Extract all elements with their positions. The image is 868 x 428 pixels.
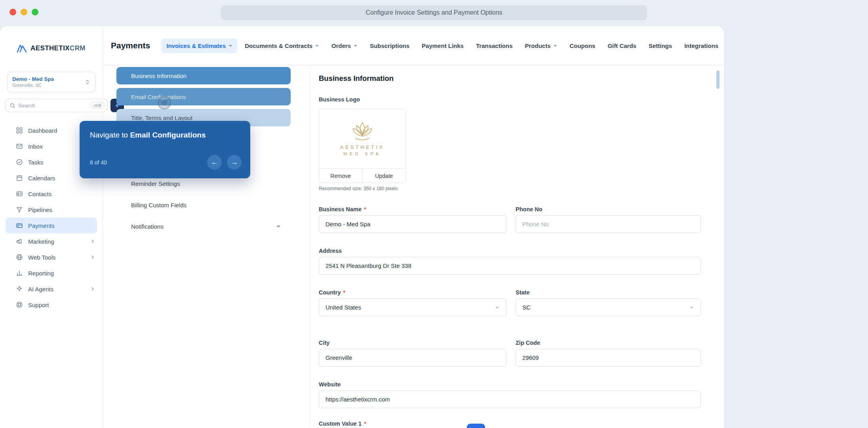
floating-action-button-partial[interactable]	[467, 424, 485, 428]
chevron-updown-icon	[85, 79, 90, 85]
sidebar-item-pipelines[interactable]: Pipelines	[0, 202, 103, 218]
tour-footer: 8 of 40 ← →	[90, 155, 242, 170]
subnav-item-label: Title, Terms and Layout	[131, 115, 192, 121]
minimize-window-button[interactable]	[21, 9, 27, 15]
address-input[interactable]	[319, 257, 701, 275]
main-area: Payments Invoices & Estimates ⌄ Document…	[103, 26, 724, 428]
sidebar-item-label: Support	[28, 302, 49, 308]
sidebar-item-reporting[interactable]: Reporting	[0, 265, 103, 281]
window-title-text: Configure Invoice Settings and Payment O…	[365, 9, 502, 16]
sidebar-item-label: Pipelines	[28, 206, 52, 213]
sidebar-item-web-tools[interactable]: Web Tools	[0, 249, 103, 265]
tour-text: Navigate to Email Configurations	[90, 130, 240, 140]
sidebar-item-contacts[interactable]: Contacts	[0, 186, 103, 202]
address-label: Address	[319, 247, 701, 254]
window-title: Configure Invoice Settings and Payment O…	[221, 5, 647, 20]
state-select[interactable]: SC ⌄	[516, 298, 701, 316]
tab-products[interactable]: Products ⌄	[520, 38, 563, 53]
phone-label: Phone No	[516, 206, 701, 213]
tab-documents-contracts[interactable]: Documents & Contracts ⌄	[240, 38, 324, 53]
lotus-logo-icon	[342, 121, 383, 144]
sidebar-item-payments[interactable]: Payments	[6, 218, 97, 233]
sidebar-item-label: Calendars	[28, 175, 55, 182]
sidebar-item-label: Web Tools	[28, 254, 56, 261]
sidebar-item-ai-agents[interactable]: AI Agents	[0, 281, 103, 297]
website-input[interactable]	[319, 390, 701, 408]
subnav-item-label: Reminder Settings	[131, 180, 180, 187]
tab-subscriptions[interactable]: Subscriptions	[365, 38, 415, 53]
sidebar-item-marketing[interactable]: Marketing	[0, 233, 103, 249]
brand-mark-icon	[17, 44, 27, 53]
sidebar-item-label: Dashboard	[28, 127, 57, 134]
tour-back-button[interactable]: ←	[207, 155, 222, 170]
close-window-button[interactable]	[10, 9, 16, 15]
tour-step-indicator: 8 of 40	[90, 159, 107, 166]
business-logo-label: Business Logo	[319, 96, 701, 103]
location-subtitle: Greenville, SC	[12, 82, 54, 88]
logo-brand-line1: AESTHETIX	[340, 145, 385, 150]
zip-input[interactable]	[516, 349, 701, 367]
sidebar: AESTHETIXCRM Demo - Med Spa Greenville, …	[0, 26, 103, 428]
tab-label: Orders	[331, 42, 351, 49]
logo-brand-line2: MED SPA	[343, 151, 381, 156]
tab-label: Coupons	[569, 42, 595, 49]
chevron-right-icon	[90, 286, 95, 292]
tour-buttons: ← →	[207, 155, 242, 170]
tab-coupons[interactable]: Coupons	[564, 38, 600, 53]
tab-label: Payment Links	[422, 42, 464, 49]
page-title: Payments	[111, 41, 150, 50]
search-box[interactable]: ctrlK	[6, 99, 107, 112]
sidebar-item-support[interactable]: Support	[0, 297, 103, 313]
subnav-item-billing-custom-fields[interactable]: Billing Custom Fields	[116, 196, 291, 214]
zip-label: Zip Code	[516, 339, 701, 346]
update-logo-button[interactable]: Update	[363, 168, 406, 183]
state-field: State SC ⌄	[516, 289, 701, 316]
tab-gift-cards[interactable]: Gift Cards	[602, 38, 641, 53]
subnav-item-business-information[interactable]: Business Information	[116, 67, 291, 84]
inbox-icon	[16, 143, 23, 150]
business-name-input[interactable]	[319, 215, 506, 233]
state-label: State	[516, 289, 701, 296]
city-input[interactable]	[319, 349, 506, 367]
tab-settings[interactable]: Settings	[643, 38, 677, 53]
website-field: Website	[319, 381, 701, 408]
phone-field: Phone No	[516, 206, 701, 233]
tour-next-button[interactable]: →	[227, 155, 242, 170]
logo-size-hint: Recommended size: 350 x 180 pixels	[319, 186, 701, 191]
tab-invoices-estimates[interactable]: Invoices & Estimates ⌄	[161, 38, 238, 53]
city-label: City	[319, 339, 506, 346]
life-ring-icon	[16, 301, 23, 308]
required-marker: *	[364, 206, 366, 212]
sidebar-item-label: Payments	[28, 222, 55, 229]
section-title: Business Information	[319, 74, 701, 83]
subnav-item-email-configurations[interactable]: Email Configurations	[116, 88, 291, 105]
brand-name: AESTHETIXCRM	[30, 44, 86, 52]
tab-transactions[interactable]: Transactions	[471, 38, 518, 53]
tab-label: Integrations	[684, 42, 718, 49]
business-information-form: Business Information Business Logo	[319, 65, 701, 428]
country-field: Country* United States ⌄	[319, 289, 506, 316]
vertical-scrollbar-thumb[interactable]	[716, 71, 720, 89]
tab-label: Gift Cards	[607, 42, 636, 49]
required-marker: *	[364, 420, 366, 427]
window-controls	[10, 9, 38, 15]
country-label: Country*	[319, 289, 506, 296]
tab-orders[interactable]: Orders ⌄	[326, 38, 363, 53]
subnav-item-notifications[interactable]: Notifications ⌄	[116, 218, 291, 235]
location-name: Demo - Med Spa	[12, 76, 54, 83]
chevron-right-icon	[90, 254, 95, 260]
business-logo-preview: AESTHETIX MED SPA	[319, 109, 405, 168]
location-selector[interactable]: Demo - Med Spa Greenville, SC	[7, 72, 95, 92]
tab-integrations[interactable]: Integrations	[679, 38, 723, 53]
tab-payment-links[interactable]: Payment Links	[417, 38, 469, 53]
bar-chart-icon	[16, 269, 23, 277]
business-name-field: Business Name*	[319, 206, 506, 233]
sparkle-icon	[16, 285, 23, 292]
sidebar-item-label: Contacts	[28, 191, 51, 197]
search-input[interactable]	[18, 103, 88, 109]
remove-logo-button[interactable]: Remove	[319, 168, 363, 183]
zoom-window-button[interactable]	[32, 9, 38, 15]
phone-input[interactable]	[516, 215, 701, 233]
country-select[interactable]: United States ⌄	[319, 298, 506, 316]
sidebar-item-label: Tasks	[28, 159, 43, 166]
